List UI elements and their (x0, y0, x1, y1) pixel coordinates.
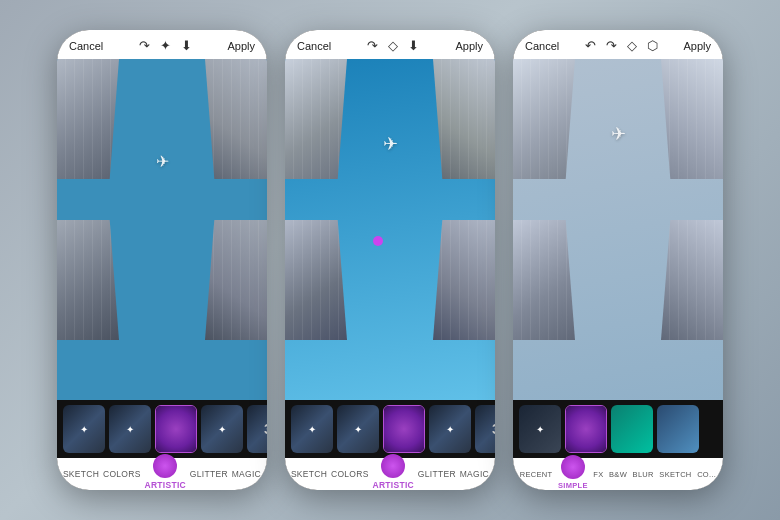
thumb-content (611, 405, 653, 453)
filter-active-dot-3 (561, 455, 585, 479)
toolbar-3: Cancel ↶ ↷ ◇ ⬡ Apply (513, 30, 723, 59)
filter-magic[interactable]: MAGIC (232, 469, 261, 479)
filter-thumb-2-3-active[interactable] (383, 405, 425, 453)
filter-labels-3: RECENT SIMPLE FX B&W BLUR SKETCH CO... (513, 458, 723, 490)
download-icon[interactable]: ⬇ (181, 38, 192, 53)
undo-icon-3[interactable]: ↶ (585, 38, 596, 53)
apply-button-3[interactable]: Apply (683, 40, 711, 52)
thumb-content: ✦ (291, 405, 333, 453)
thumb-content: 3 (247, 405, 267, 453)
filter-thumb-2-4[interactable]: ✦ (429, 405, 471, 453)
building-bl-1 (57, 220, 119, 340)
filter-thumb-3-active[interactable] (155, 405, 197, 453)
filter-thumb-4[interactable]: ✦ (201, 405, 243, 453)
layers-icon-3[interactable]: ⬡ (647, 38, 658, 53)
building-br-3 (661, 220, 723, 340)
filter-thumb-3-3[interactable] (611, 405, 653, 453)
filter-bw[interactable]: B&W (609, 470, 627, 479)
thumb-content: ✦ (109, 405, 151, 453)
filter-magic-2[interactable]: MAGIC (460, 469, 489, 479)
filter-simple-container: SIMPLE (558, 459, 588, 490)
filter-labels-1: SKETCH COLORS ARTISTIC GLITTER MAGIC (57, 458, 267, 490)
building-bl-2 (285, 220, 347, 340)
download-icon-2[interactable]: ⬇ (408, 38, 419, 53)
filter-labels-2: SKETCH COLORS ARTISTIC GLITTER MAGIC (285, 458, 495, 490)
filter-thumb-2-2[interactable]: ✦ (337, 405, 379, 453)
building-scene-2: ✈ (285, 59, 495, 400)
filter-artistic-container: ARTISTIC (144, 458, 186, 490)
filter-sketch-2[interactable]: SKETCH (291, 469, 327, 479)
apply-button-1[interactable]: Apply (227, 40, 255, 52)
building-br-2 (433, 220, 495, 340)
building-scene-3: ✈ (513, 59, 723, 400)
airplane-2: ✈ (383, 133, 398, 155)
building-tl-1 (57, 59, 119, 179)
filter-thumb-3-4[interactable] (657, 405, 699, 453)
phone-2: Cancel ↷ ◇ ⬇ Apply ✈ ✦ (285, 30, 495, 490)
airplane-1: ✈ (156, 152, 169, 171)
filter-more[interactable]: CO... (697, 470, 716, 479)
thumb-content: ✦ (63, 405, 105, 453)
filter-thumb-2[interactable]: ✦ (109, 405, 151, 453)
filter-glitter[interactable]: GLITTER (190, 469, 228, 479)
filter-artistic-container-2: ARTISTIC (372, 458, 414, 490)
thumb-content: 3 (475, 405, 495, 453)
toolbar-icons-3: ↶ ↷ ◇ ⬡ (585, 38, 658, 53)
filter-artistic[interactable]: ARTISTIC (144, 480, 186, 490)
building-tl-3 (513, 59, 575, 179)
filter-thumb-1[interactable]: ✦ (63, 405, 105, 453)
filter-thumb-2-1[interactable]: ✦ (291, 405, 333, 453)
filter-thumb-5[interactable]: 3 (247, 405, 267, 453)
thumb-content: ✦ (201, 405, 243, 453)
filter-thumb-2-5[interactable]: 3 (475, 405, 495, 453)
building-br-1 (205, 220, 267, 340)
filter-sketch-3[interactable]: SKETCH (659, 470, 691, 479)
building-bl-3 (513, 220, 575, 340)
thumb-content: ✦ (519, 405, 561, 453)
thumb-content (566, 406, 606, 452)
airplane-3: ✈ (611, 123, 626, 145)
building-tl-2 (285, 59, 347, 179)
redo-icon-2[interactable]: ↷ (367, 38, 378, 53)
brush-icon-2[interactable]: ◇ (388, 38, 398, 53)
phone-1: Cancel ↷ ✦ ⬇ Apply ✈ ✦ (57, 30, 267, 490)
redo-icon-3[interactable]: ↷ (606, 38, 617, 53)
toolbar-1: Cancel ↷ ✦ ⬇ Apply (57, 30, 267, 59)
filter-thumb-3-2-active[interactable] (565, 405, 607, 453)
filter-recent[interactable]: RECENT (520, 470, 553, 479)
filter-glitter-2[interactable]: GLITTER (418, 469, 456, 479)
brush-icon-3[interactable]: ◇ (627, 38, 637, 53)
filter-thumb-3-1[interactable]: ✦ (519, 405, 561, 453)
filter-artistic-2[interactable]: ARTISTIC (372, 480, 414, 490)
filter-blur[interactable]: BLUR (633, 470, 654, 479)
filter-strip-2: ✦ ✦ ✦ 3 (285, 400, 495, 458)
filter-active-dot-2 (381, 454, 405, 478)
filter-strip-3: ✦ (513, 400, 723, 458)
phone-3: Cancel ↶ ↷ ◇ ⬡ Apply ✈ ✦ (513, 30, 723, 490)
filter-strip-1: ✦ ✦ ✦ 3 (57, 400, 267, 458)
filter-colors-2[interactable]: COLORS (331, 469, 369, 479)
thumb-content: ✦ (337, 405, 379, 453)
filter-simple[interactable]: SIMPLE (558, 481, 588, 490)
photo-area-3: ✈ (513, 59, 723, 400)
filter-active-dot (153, 454, 177, 478)
toolbar-icons-2: ↷ ◇ ⬇ (367, 38, 419, 53)
apply-button-2[interactable]: Apply (455, 40, 483, 52)
photo-area-1: ✈ (57, 59, 267, 400)
thumb-content (156, 406, 196, 452)
building-tr-3 (661, 59, 723, 179)
cancel-button-2[interactable]: Cancel (297, 40, 331, 52)
toolbar-2: Cancel ↷ ◇ ⬇ Apply (285, 30, 495, 59)
filter-fx[interactable]: FX (593, 470, 603, 479)
thumb-content: ✦ (429, 405, 471, 453)
photo-area-2: ✈ (285, 59, 495, 400)
building-scene-1: ✈ (57, 59, 267, 400)
cancel-button-1[interactable]: Cancel (69, 40, 103, 52)
cancel-button-3[interactable]: Cancel (525, 40, 559, 52)
filter-colors[interactable]: COLORS (103, 469, 141, 479)
redo-icon[interactable]: ↷ (139, 38, 150, 53)
brush-icon[interactable]: ✦ (160, 38, 171, 53)
thumb-content (657, 405, 699, 453)
filter-sketch[interactable]: SKETCH (63, 469, 99, 479)
toolbar-icons-1: ↷ ✦ ⬇ (139, 38, 192, 53)
